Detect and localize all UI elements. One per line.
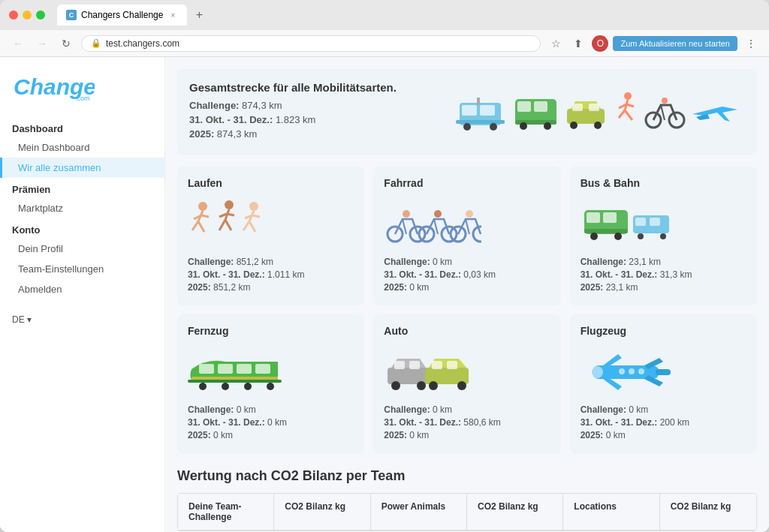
svg-rect-67 [635, 218, 646, 226]
svg-point-79 [267, 383, 274, 390]
svg-rect-11 [534, 101, 547, 112]
bus-bahn-title: Bus & Bahn [581, 177, 746, 189]
svg-rect-5 [456, 120, 505, 124]
browser-nav: ← → ↻ 🔒 test.changers.com ☆ ⬆ O Zum Aktu… [0, 30, 769, 57]
new-tab-button[interactable]: + [190, 6, 208, 24]
svg-rect-88 [447, 361, 457, 369]
auto-2025: 2025: 0 km [384, 430, 550, 440]
laufen-challenge: Challenge: 851,2 km [188, 257, 354, 267]
sidebar-section-dashboard: Dashboard Mein Dashboard Wir alle zusamm… [0, 120, 164, 178]
sidebar-item-dein-profil[interactable]: Dein Profil [0, 239, 164, 259]
praemien-label: Prämien [0, 181, 164, 198]
col-locations: Locations [563, 494, 659, 530]
svg-rect-83 [409, 361, 420, 369]
laufen-period: 31. Okt. - 31. Dez.: 1.011 km [188, 269, 354, 280]
fahrrad-title: Fahrrad [384, 177, 550, 189]
bus-bahn-illustration [581, 197, 746, 249]
tab-favicon: C [66, 10, 77, 20]
laufen-2025: 2025: 851,2 km [188, 282, 354, 293]
language-selector[interactable]: DE ▾ [0, 305, 164, 334]
activity-card-flugzeug: Flugzeug [570, 314, 757, 453]
auto-title: Auto [384, 325, 550, 337]
svg-point-84 [391, 381, 400, 390]
bookmark-button[interactable]: ☆ [547, 35, 565, 53]
svg-rect-92 [656, 369, 671, 375]
svg-line-39 [225, 220, 231, 230]
profile-button[interactable]: O [592, 35, 608, 52]
sidebar-section-praemien: Prämien Marktplatz [0, 181, 164, 218]
summary-title: Gesamtstrecke für alle Mobilitätsarten. [189, 81, 397, 94]
close-button[interactable] [9, 11, 18, 20]
svg-point-65 [614, 233, 622, 240]
svg-point-69 [638, 233, 644, 239]
fernzug-2025: 2025: 0 km [188, 430, 354, 440]
svg-line-32 [192, 221, 198, 230]
svg-point-36 [225, 200, 234, 209]
svg-rect-82 [394, 361, 405, 369]
back-button[interactable]: ← [9, 35, 27, 53]
svg-line-22 [619, 110, 625, 118]
sidebar-item-wir-alle-zusammen[interactable]: Wir alle zusammen [0, 158, 164, 178]
sidebar-item-abmelden[interactable]: Abmelden [0, 279, 164, 299]
rankings-title: Wertung nach CO2 Bilanz per Team [177, 468, 757, 484]
svg-rect-72 [218, 364, 233, 374]
rankings-header: Deine Team- Challenge CO2 Bilanz kg Powe… [178, 494, 756, 530]
svg-rect-87 [432, 361, 442, 369]
airplane-icon-summary [689, 93, 745, 131]
menu-button[interactable]: ⋮ [742, 35, 760, 53]
svg-point-93 [591, 366, 603, 378]
update-button[interactable]: Zum Aktualisieren neu starten [613, 36, 737, 51]
address-text: test.changers.com [106, 38, 531, 49]
activity-card-bus-bahn: Bus & Bahn [570, 167, 757, 305]
col-co2-bilanz-3: CO2 Bilanz kg [660, 494, 756, 530]
flugzeug-illustration [581, 344, 746, 397]
svg-text:.com: .com [75, 95, 90, 102]
fahrrad-illustration [384, 197, 550, 249]
titlebar: C Changers Challenge × + [0, 0, 769, 30]
maximize-button[interactable] [36, 11, 45, 20]
app-container: Changers .com Dashboard Mein Dashboard W… [0, 57, 769, 532]
auto-illustration [384, 344, 550, 397]
summary-2025: 2025: 874,3 km [189, 128, 397, 140]
svg-line-25 [626, 104, 634, 107]
col-team-challenge-label: Deine Team- [188, 501, 263, 512]
col-team-challenge-sub: Challenge [188, 512, 263, 522]
flugzeug-2025: 2025: 0 km [581, 430, 746, 440]
tab-close-button[interactable]: × [167, 10, 178, 20]
bus-icon [511, 92, 560, 133]
fernzug-title: Fernzug [188, 325, 354, 337]
summary-text: Gesamtstrecke für alle Mobilitätsarten. … [189, 81, 397, 143]
svg-rect-68 [650, 218, 660, 226]
col-power-animals: Power Animals [371, 494, 467, 530]
svg-point-6 [463, 123, 471, 131]
summary-icons [456, 92, 745, 133]
sidebar-item-mein-dashboard[interactable]: Mein Dashboard [0, 137, 164, 158]
address-bar[interactable]: 🔒 test.changers.com [81, 35, 541, 52]
flugzeug-period: 31. Okt. - 31. Dez.: 200 km [581, 417, 746, 428]
activity-grid: Laufen [177, 167, 757, 453]
rankings-table: Deine Team- Challenge CO2 Bilanz kg Powe… [177, 493, 757, 531]
svg-point-7 [490, 123, 497, 131]
tab-title: Changers Challenge [81, 10, 163, 20]
laufen-title: Laufen [188, 177, 354, 189]
svg-point-85 [417, 381, 426, 390]
browser-tab[interactable]: C Changers Challenge × [57, 5, 187, 26]
svg-point-30 [198, 202, 207, 211]
svg-line-45 [249, 221, 255, 232]
minimize-button[interactable] [23, 11, 32, 20]
share-button[interactable]: ⬆ [569, 35, 587, 53]
bicycle-icon-summary [644, 92, 686, 133]
svg-line-33 [198, 221, 204, 232]
activity-card-laufen: Laufen [177, 167, 364, 305]
reload-button[interactable]: ↻ [57, 35, 75, 53]
sidebar-item-marktplatz[interactable]: Marktplatz [0, 198, 164, 218]
forward-button[interactable]: → [33, 35, 51, 53]
bus-bahn-period: 31. Okt. - 31. Dez.: 31,3 km [581, 269, 746, 280]
summary-challenge: Challenge: 874,3 km [189, 100, 397, 111]
svg-rect-73 [237, 364, 252, 374]
sidebar-item-team-einstellungen[interactable]: Team-Einstellungen [0, 259, 164, 279]
svg-point-55 [434, 210, 442, 218]
svg-point-64 [590, 233, 598, 240]
svg-point-42 [249, 202, 258, 211]
fahrrad-2025: 2025: 0 km [384, 282, 550, 293]
